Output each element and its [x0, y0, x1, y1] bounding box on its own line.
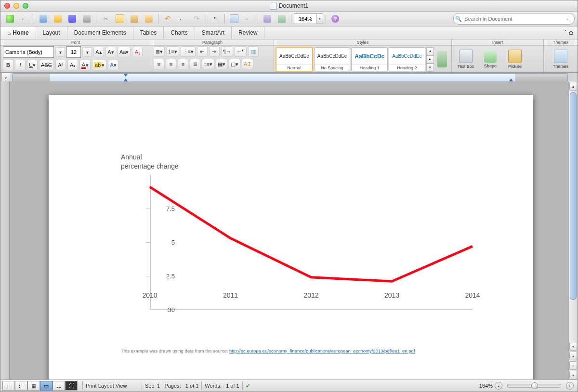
clear-format-button[interactable]: Aᵪ	[132, 47, 143, 57]
sidebar-dropdown[interactable]: ▾	[242, 13, 255, 25]
text-effect-button[interactable]: A▾	[108, 60, 118, 70]
format-painter-button[interactable]	[142, 13, 156, 25]
tab-home[interactable]: ⌂Home	[0, 26, 36, 39]
tab-smartart[interactable]: SmartArt	[195, 26, 232, 39]
first-line-indent-marker[interactable]	[123, 73, 128, 77]
vertical-scrollbar[interactable]: ▲ ▼ ▲ ○ ▼	[568, 81, 578, 380]
align-right-button[interactable]: ≡	[178, 59, 188, 69]
ltr-button[interactable]: ¶→	[221, 46, 233, 57]
help-button[interactable]: ?	[328, 13, 342, 25]
sidebar-toggle-button[interactable]	[227, 13, 241, 25]
tab-charts[interactable]: Charts	[164, 26, 195, 39]
ribbon-options-button[interactable]: ✿	[568, 29, 574, 37]
indent-button[interactable]: ⇥	[209, 46, 220, 57]
insert-shape-button[interactable]: Shape	[479, 46, 502, 72]
undo-dropdown[interactable]: ▾	[175, 13, 189, 25]
font-size-dropdown[interactable]: ▾	[82, 47, 92, 57]
style-heading-2[interactable]: AaBbCcDdEe	[389, 48, 425, 65]
gallery-prev-button[interactable]: ◂	[426, 47, 434, 55]
strike-button[interactable]: ABC	[39, 60, 54, 70]
scroll-up-button[interactable]: ▲	[569, 82, 577, 91]
tab-stop-selector[interactable]: ⌐	[1, 73, 11, 82]
justify-button[interactable]: ≣	[190, 59, 200, 69]
style-normal[interactable]: AaBbCcDdEeNormal	[276, 47, 313, 72]
open-button[interactable]	[51, 13, 65, 25]
rtl-button[interactable]: ←¶	[235, 46, 247, 57]
notebook-view-button[interactable]: ☷	[53, 381, 65, 391]
shading-button[interactable]: ▦▾	[216, 59, 227, 69]
cut-button[interactable]: ✂	[99, 13, 112, 25]
zoom-knob[interactable]	[531, 382, 538, 389]
scroll-track[interactable]	[569, 91, 578, 341]
insert-picture-button[interactable]: Picture	[503, 46, 526, 72]
underline-button[interactable]: U▾	[27, 60, 38, 70]
tab-review[interactable]: Review	[232, 26, 264, 39]
font-family-select[interactable]: Cambria (Body)	[3, 46, 54, 58]
horizontal-ruler[interactable]	[12, 73, 568, 82]
document-page[interactable]: Annualpercentage change 302.557.5 201020…	[49, 95, 533, 380]
fullscreen-view-button[interactable]: ⛶	[65, 381, 78, 391]
outline-view-button[interactable]: ⋮≡	[15, 381, 27, 391]
spellcheck-button[interactable]: ✔	[246, 383, 250, 389]
browse-object-button[interactable]: ○	[569, 361, 577, 370]
style-heading-1[interactable]: AaBbCcDcHeading 1	[351, 47, 388, 71]
tab-tables[interactable]: Tables	[133, 26, 164, 39]
tab-document-elements[interactable]: Document Elements	[67, 26, 133, 39]
sort-button[interactable]: A↧	[242, 59, 253, 69]
new-doc-button[interactable]	[3, 13, 17, 25]
bold-button[interactable]: B	[3, 60, 13, 70]
numbering-button[interactable]: 1≡▾	[166, 46, 179, 57]
highlight-button[interactable]: ab▾	[92, 60, 106, 70]
undo-button[interactable]: ↶	[161, 13, 174, 25]
draft-view-button[interactable]: ≡	[2, 381, 15, 391]
zoom-in-button[interactable]: +	[566, 382, 574, 390]
font-family-dropdown[interactable]: ▾	[55, 47, 65, 57]
source-link[interactable]: http://ec.europa.eu/economy_finance/publ…	[229, 348, 415, 353]
print-layout-view-button[interactable]: ▭	[40, 381, 53, 391]
gallery-next-button[interactable]: ▸	[426, 55, 434, 64]
vertical-ruler[interactable]	[0, 81, 10, 380]
collapse-ribbon-button[interactable]: ˆ	[565, 29, 566, 37]
zoom-select[interactable]: 164% ▾	[294, 13, 323, 24]
show-marks-button[interactable]: ¶	[209, 13, 222, 25]
save-button[interactable]	[66, 13, 79, 25]
publishing-view-button[interactable]: ▦	[27, 381, 40, 391]
zoom-value-status[interactable]: 164%	[479, 383, 493, 389]
scroll-down-button[interactable]: ▼	[569, 342, 577, 351]
line-spacing-button[interactable]: ↕≡▾	[202, 59, 214, 69]
redo-button[interactable]: ↷	[190, 13, 203, 25]
styles-pane-button[interactable]	[435, 46, 450, 72]
superscript-button[interactable]: A²	[55, 60, 66, 70]
change-case-button[interactable]: Aa▾	[118, 47, 131, 57]
italic-button[interactable]: I	[15, 60, 26, 70]
multilevel-button[interactable]: ⋮≡▾	[181, 46, 196, 57]
gallery-button[interactable]	[275, 13, 289, 25]
toolbox-button[interactable]	[261, 13, 274, 25]
borders-button[interactable]: ▢▾	[229, 59, 240, 69]
align-left-button[interactable]: ≡	[154, 59, 164, 69]
tab-layout[interactable]: Layout	[36, 26, 67, 39]
columns-button[interactable]: ▥	[248, 46, 259, 57]
zoom-out-button[interactable]: -	[495, 382, 502, 390]
new-doc-dropdown[interactable]: ▾	[18, 13, 31, 25]
gallery-more-button[interactable]: ▾	[426, 64, 434, 72]
print-button[interactable]	[80, 13, 93, 25]
copy-button[interactable]	[113, 13, 127, 25]
search-field[interactable]: 🔍 ▾	[453, 13, 575, 25]
scroll-thumb[interactable]	[570, 92, 577, 300]
paste-button[interactable]	[128, 13, 141, 25]
bullets-button[interactable]: ≣▾	[154, 46, 165, 57]
search-input[interactable]	[463, 15, 566, 22]
subscript-button[interactable]: A₂	[67, 60, 78, 70]
outdent-button[interactable]: ⇤	[197, 46, 208, 57]
font-color-button[interactable]: A▾	[79, 60, 91, 70]
insert-textbox-button[interactable]: Text Box	[454, 46, 477, 72]
grow-font-button[interactable]: A▴	[93, 47, 104, 57]
style-no-spacing[interactable]: AaBbCcDdEeNo Spacing	[314, 47, 351, 71]
font-size-select[interactable]: 12	[66, 46, 81, 58]
themes-button[interactable]: Themes	[549, 46, 572, 72]
next-page-button[interactable]: ▼	[569, 371, 577, 379]
shrink-font-button[interactable]: A▾	[105, 47, 116, 57]
align-center-button[interactable]: ≡	[166, 59, 176, 69]
templates-button[interactable]	[37, 13, 50, 25]
